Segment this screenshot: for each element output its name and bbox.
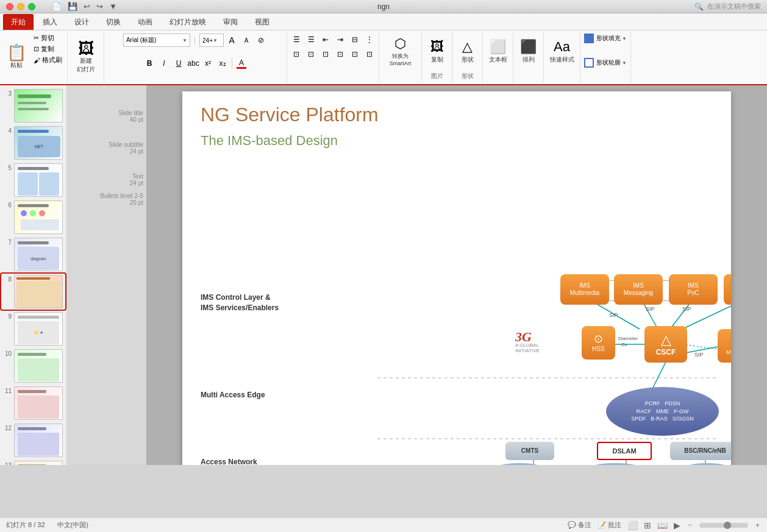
tab-animation[interactable]: 动画 — [130, 14, 160, 30]
new-slide-button[interactable]: 🖼 新建 幻灯片 — [74, 33, 98, 80]
version-selector[interactable]: Arial (标题) ▼ — [123, 34, 190, 47]
textbox-button[interactable]: ⬜ 文本框 — [486, 33, 510, 69]
slide-canvas[interactable]: NG Service Platform The IMS-based Design… — [182, 91, 731, 465]
justify-button[interactable]: ⊡ — [334, 48, 347, 61]
strikethrough-button[interactable]: abc — [187, 57, 200, 70]
zoom-plus[interactable]: ＋ — [754, 520, 761, 530]
align-center-button[interactable]: ⊡ — [304, 48, 318, 61]
tab-slideshow[interactable]: 幻灯片放映 — [162, 14, 214, 30]
arrange-button[interactable]: ⬛ 排列 — [516, 33, 541, 69]
search-area[interactable]: 🔍 在演示文稿中搜索 — [694, 2, 761, 11]
undo-icon[interactable]: ↩ — [84, 2, 90, 11]
comment-button[interactable]: 💬 备注 — [568, 520, 591, 530]
italic-button[interactable]: I — [157, 57, 171, 70]
slide-img-6 — [14, 200, 63, 234]
slide-thumb-11[interactable]: 11 — [1, 385, 65, 421]
slide-subtitle[interactable]: The IMS-based Design — [201, 133, 338, 149]
node-mgcf: △ MGCF/SG — [718, 329, 731, 363]
increase-indent-button[interactable]: ⇥ — [334, 33, 347, 46]
slide-thumb-7[interactable]: 7 diagram — [1, 236, 65, 272]
font-size-increase[interactable]: A — [225, 34, 238, 47]
canvas-area[interactable]: NG Service Platform The IMS-based Design… — [146, 85, 767, 465]
file-icon: 📄 — [52, 2, 62, 11]
view-slideshow[interactable]: ▶ — [674, 520, 680, 530]
column-button[interactable]: ⊟ — [348, 33, 362, 46]
tab-view[interactable]: 视图 — [247, 14, 277, 30]
images-button[interactable]: 🖼 复制 — [425, 33, 449, 69]
underline-button[interactable]: U — [172, 57, 185, 70]
smartart-label: 转换为SmartArt — [390, 52, 412, 66]
zoom-slider[interactable] — [699, 523, 748, 528]
close-button[interactable] — [6, 3, 13, 10]
save-icon[interactable]: 💾 — [68, 2, 77, 11]
slide-thumb-12[interactable]: 12 — [1, 422, 65, 458]
numbered-list-button[interactable]: ☰ — [304, 33, 318, 46]
tab-insert[interactable]: 插入 — [35, 14, 65, 30]
shape-button[interactable]: △ 形状 — [455, 33, 480, 69]
tab-design[interactable]: 设计 — [66, 14, 97, 30]
view-grid[interactable]: ⊞ — [644, 520, 651, 530]
font-size-decrease[interactable]: A — [240, 34, 253, 47]
view-normal[interactable]: ⬜ — [627, 520, 638, 530]
node-mobile-network: Mobile Network — [675, 463, 731, 465]
fill-arrow[interactable]: ▼ — [622, 36, 627, 41]
slide-num-12: 12 — [2, 424, 12, 431]
access-network-label: Access Network — [201, 457, 257, 465]
zoom-handle[interactable] — [724, 522, 731, 529]
tab-review[interactable]: 审阅 — [215, 14, 246, 30]
redo-icon[interactable]: ↪ — [96, 2, 103, 11]
paste-label: 粘贴 — [10, 61, 23, 69]
subscript-button[interactable]: x₂ — [216, 57, 229, 70]
spacing-button[interactable]: ⋮ — [363, 33, 376, 46]
node-pcrf-area: PCRF PDSN RACF MME P-GW SPDF B-RAS S/GGS… — [606, 387, 719, 436]
paste-button[interactable]: 📋 粘贴 — [2, 33, 30, 80]
clear-format[interactable]: ⊘ — [254, 34, 268, 47]
slide-thumb-10[interactable]: 10 — [1, 348, 65, 384]
slide-thumb-8[interactable]: 8 — [1, 274, 65, 310]
slide-thumb-5[interactable]: 5 — [1, 162, 65, 198]
slide-thumb-13[interactable]: 13 — [1, 459, 65, 465]
bold-button[interactable]: B — [143, 57, 156, 70]
size-dropdown-arrow: ▼ — [213, 38, 218, 43]
bullet-list-button[interactable]: ☰ — [290, 33, 303, 46]
slide-title[interactable]: NG Service Platform — [201, 104, 379, 126]
text-direction-button[interactable]: ⊡ — [363, 48, 376, 61]
font-color-button[interactable]: A — [235, 57, 248, 70]
slide-thumb-9[interactable]: 9 ⭐ ★ — [1, 311, 65, 347]
svg-text:Diameter: Diameter — [618, 336, 638, 341]
slide-thumb-6[interactable]: 6 — [1, 199, 65, 235]
tab-home[interactable]: 开始 — [3, 14, 34, 30]
zoom-minus[interactable]: － — [687, 520, 693, 530]
convert-smartart-button[interactable]: ⬡ 转换为SmartArt — [387, 33, 414, 69]
quickstyle-icon: Aa — [554, 39, 570, 55]
quickstyle-button[interactable]: Aa 快速样式 — [548, 33, 577, 69]
copy-button[interactable]: ⊡ 复制 — [31, 44, 65, 54]
maximize-button[interactable] — [28, 3, 35, 10]
more-icon[interactable]: ▼ — [109, 2, 117, 11]
decrease-indent-button[interactable]: ⇤ — [319, 33, 332, 46]
vert-align-button[interactable]: ⊡ — [348, 48, 362, 61]
outline-arrow[interactable]: ▼ — [622, 60, 627, 66]
copy-icon: ⊡ — [34, 45, 39, 53]
hint-bullets: Bullets level 2-5 20 pt — [70, 193, 143, 206]
size-selector[interactable]: 24+ ▼ — [199, 34, 224, 47]
window-controls[interactable] — [6, 3, 35, 10]
ribbon-group-images: 🖼 复制 图片 — [422, 32, 452, 83]
superscript-button[interactable]: x² — [201, 57, 215, 70]
slide-thumb-3[interactable]: 3 — [1, 88, 65, 124]
tab-transition[interactable]: 切换 — [98, 14, 129, 30]
slide-num-10: 10 — [2, 349, 12, 357]
slide-thumb-4[interactable]: 4 NET — [1, 125, 65, 161]
slide-panel[interactable]: 3 4 NET 5 — [0, 85, 67, 465]
image-label: 复制 — [431, 55, 443, 64]
format-paint-button[interactable]: 🖌 格式刷 — [31, 55, 65, 65]
align-left-button[interactable]: ⊡ — [290, 48, 303, 61]
cut-button[interactable]: ✂ 剪切 — [31, 33, 65, 43]
ribbon-format-row2: B I U abc x² x₂ A — [141, 56, 249, 71]
new-slide-icon: 🖼 — [78, 40, 94, 56]
view-reading[interactable]: 📖 — [657, 520, 668, 530]
notes-button[interactable]: 📝 批注 — [598, 520, 621, 530]
node-bsc-rnc: BSC/RNC/eNB — [670, 442, 731, 460]
align-right-button[interactable]: ⊡ — [319, 48, 332, 61]
minimize-button[interactable] — [17, 3, 24, 10]
